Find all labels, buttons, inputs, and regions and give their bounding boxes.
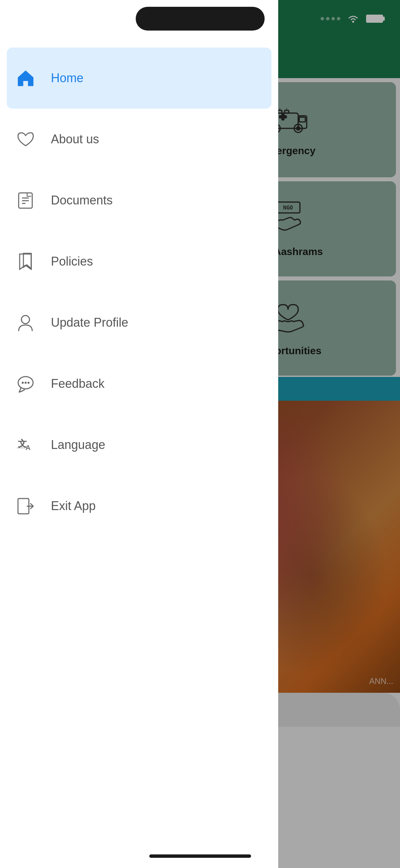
exit-label: Exit App	[51, 499, 96, 513]
about-label: About us	[51, 132, 99, 146]
language-label: Language	[51, 438, 105, 452]
profile-label: Update Profile	[51, 315, 128, 330]
svg-text:A: A	[26, 444, 31, 451]
svg-point-20	[24, 382, 26, 384]
notch	[136, 7, 265, 31]
heart-icon	[14, 127, 37, 151]
policies-label: Policies	[51, 254, 93, 269]
sidebar-item-documents[interactable]: Documents	[0, 170, 278, 231]
sidebar-item-exit[interactable]: Exit App	[0, 475, 278, 537]
home-icon	[14, 66, 37, 90]
home-indicator	[149, 854, 251, 858]
document-icon	[14, 188, 37, 212]
navigation-drawer: Home About us Documents	[0, 0, 278, 868]
exit-icon	[14, 494, 37, 518]
feedback-label: Feedback	[51, 377, 104, 391]
chat-icon	[14, 372, 37, 396]
documents-label: Documents	[51, 193, 113, 207]
sidebar-item-policies[interactable]: Policies	[0, 231, 278, 292]
svg-point-19	[22, 382, 24, 384]
sidebar-item-about[interactable]: About us	[0, 109, 278, 170]
sidebar-item-language[interactable]: 文 A Language	[0, 414, 278, 475]
svg-point-17	[21, 315, 30, 324]
sidebar-item-home[interactable]: Home	[7, 48, 271, 109]
bookmark-icon	[14, 250, 37, 273]
home-label: Home	[51, 71, 83, 85]
sidebar-item-profile[interactable]: Update Profile	[0, 292, 278, 353]
svg-point-21	[27, 382, 30, 384]
person-icon	[14, 311, 37, 334]
sidebar-item-feedback[interactable]: Feedback	[0, 353, 278, 414]
translate-icon: 文 A	[14, 433, 37, 457]
